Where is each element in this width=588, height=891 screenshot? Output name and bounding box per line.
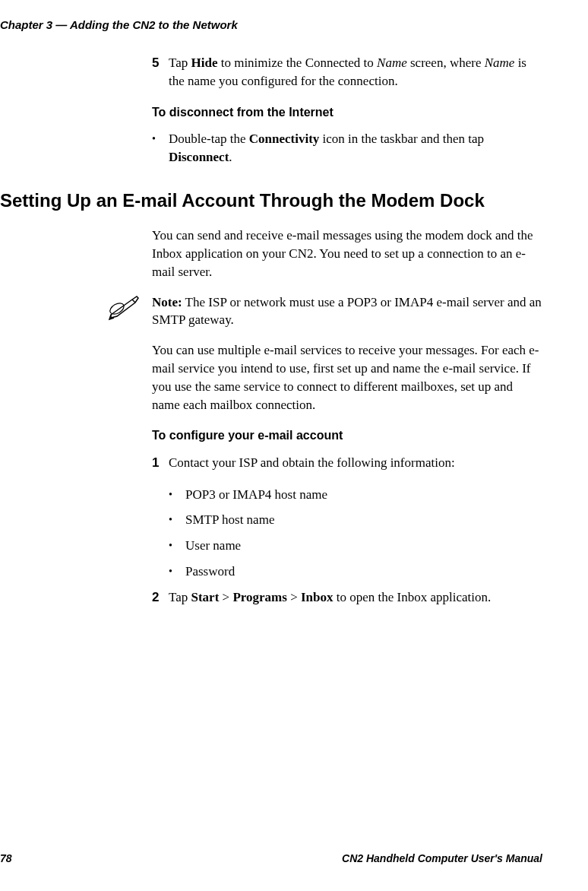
- text: >: [219, 590, 232, 604]
- text: Double-tap the: [169, 132, 249, 146]
- text: Tap: [169, 590, 191, 604]
- inbox-label: Inbox: [301, 590, 334, 604]
- text: icon in the taskbar and then tap: [319, 132, 484, 146]
- disconnect-label: Disconnect: [169, 150, 229, 164]
- name-placeholder: Name: [485, 55, 515, 70]
- name-placeholder: Name: [377, 55, 407, 70]
- step-number: 2: [152, 588, 169, 607]
- text: The ISP or network must use a POP3 or IM…: [152, 295, 542, 328]
- bullet-icon: •: [152, 130, 169, 166]
- programs-label: Programs: [232, 590, 286, 604]
- disconnect-bullet: • Double-tap the Connectivity icon in th…: [152, 130, 542, 166]
- note-label: Note:: [152, 295, 182, 309]
- text: Tap: [169, 55, 191, 70]
- list-item: • Password: [169, 563, 542, 581]
- chapter-header: Chapter 3 — Adding the CN2 to the Networ…: [0, 17, 542, 33]
- list-item: • POP3 or IMAP4 host name: [169, 486, 542, 504]
- start-label: Start: [191, 590, 220, 604]
- step-text: Contact your ISP and obtain the followin…: [169, 454, 542, 472]
- connectivity-label: Connectivity: [249, 132, 320, 146]
- bullet-icon: •: [169, 486, 185, 504]
- step-number: 5: [152, 54, 169, 90]
- hide-label: Hide: [191, 55, 218, 70]
- multi-service-paragraph: You can use multiple e-mail services to …: [152, 341, 542, 414]
- note-text: Note: The ISP or network must use a POP3…: [152, 293, 542, 330]
- bullet-icon: •: [169, 563, 185, 581]
- step-2: 2 Tap Start > Programs > Inbox to open t…: [152, 588, 542, 607]
- note-icon: [106, 293, 152, 330]
- list-text: Password: [185, 563, 235, 581]
- configure-heading: To configure your e-mail account: [152, 427, 542, 444]
- bullet-icon: •: [169, 511, 185, 529]
- intro-paragraph: You can send and receive e-mail messages…: [152, 227, 542, 281]
- bullet-icon: •: [169, 537, 185, 555]
- page-number: 78: [0, 851, 12, 867]
- list-text: SMTP host name: [185, 511, 274, 529]
- text: >: [287, 590, 301, 604]
- step-text: Tap Hide to minimize the Connected to Na…: [169, 54, 542, 90]
- text: screen, where: [407, 55, 485, 70]
- section-heading: Setting Up an E-mail Account Through the…: [0, 188, 542, 214]
- list-text: User name: [185, 537, 241, 555]
- bullet-text: Double-tap the Connectivity icon in the …: [169, 130, 542, 166]
- text: to open the Inbox application.: [334, 590, 492, 604]
- page-footer: 78 CN2 Handheld Computer User's Manual: [0, 851, 542, 867]
- text: .: [229, 150, 232, 164]
- step-text: Tap Start > Programs > Inbox to open the…: [169, 588, 542, 607]
- svg-point-0: [108, 300, 125, 315]
- step-1: 1 Contact your ISP and obtain the follow…: [152, 454, 542, 472]
- step-number: 1: [152, 454, 169, 472]
- disconnect-heading: To disconnect from the Internet: [152, 104, 542, 121]
- step-5: 5 Tap Hide to minimize the Connected to …: [152, 54, 542, 90]
- text: to minimize the Connected to: [217, 55, 377, 70]
- list-item: • User name: [169, 537, 542, 555]
- list-text: POP3 or IMAP4 host name: [185, 486, 327, 504]
- footer-title: CN2 Handheld Computer User's Manual: [342, 851, 542, 867]
- list-item: • SMTP host name: [169, 511, 542, 529]
- note-block: Note: The ISP or network must use a POP3…: [106, 293, 542, 330]
